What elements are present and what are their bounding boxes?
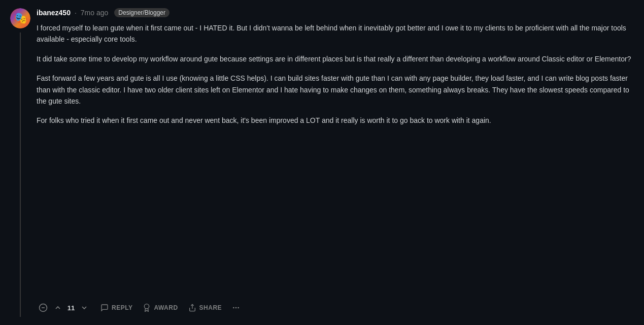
award-label: Award (154, 304, 178, 311)
content-area: ibanez450 · 7mo ago Designer/Blogger I f… (37, 8, 634, 317)
separator: · (75, 9, 77, 17)
paragraph-3: Fast forward a few years and gute is all… (37, 73, 634, 107)
reply-label: Reply (112, 304, 132, 311)
comment-container: 🎭 ibanez450 · 7mo ago Designer/Blogger I… (0, 0, 644, 325)
share-button[interactable]: Share (184, 301, 226, 315)
left-bar: 🎭 (10, 8, 30, 317)
username[interactable]: ibanez450 (37, 9, 71, 17)
user-flair: Designer/Blogger (114, 8, 170, 17)
svg-point-6 (238, 307, 239, 309)
comment-body: I forced myself to learn gute when it fi… (37, 22, 634, 292)
upvote-button[interactable] (52, 302, 64, 314)
reply-button[interactable]: Reply (96, 301, 137, 315)
comment-actions: 11 Reply Award (37, 301, 634, 317)
svg-point-4 (233, 307, 234, 309)
svg-point-5 (235, 307, 237, 309)
avatar: 🎭 (10, 8, 30, 28)
paragraph-2: It did take some time to develop my work… (37, 53, 634, 64)
share-label: Share (199, 304, 222, 311)
svg-point-2 (145, 304, 149, 309)
thread-line (20, 32, 21, 317)
avatar-icon: 🎭 (14, 12, 27, 25)
timestamp: 7mo ago (81, 9, 108, 17)
more-options-button[interactable] (228, 301, 244, 315)
downvote-button[interactable] (78, 302, 90, 314)
avatar-image: 🎭 (10, 8, 30, 28)
comment-header: ibanez450 · 7mo ago Designer/Blogger (37, 8, 634, 17)
vote-count: 11 (67, 304, 75, 312)
paragraph-4: For folks who tried it when it first cam… (37, 115, 634, 126)
vote-section: 11 (52, 302, 90, 314)
award-button[interactable]: Award (139, 301, 182, 315)
collapse-button[interactable] (37, 301, 50, 314)
paragraph-1: I forced myself to learn gute when it fi… (37, 22, 634, 45)
